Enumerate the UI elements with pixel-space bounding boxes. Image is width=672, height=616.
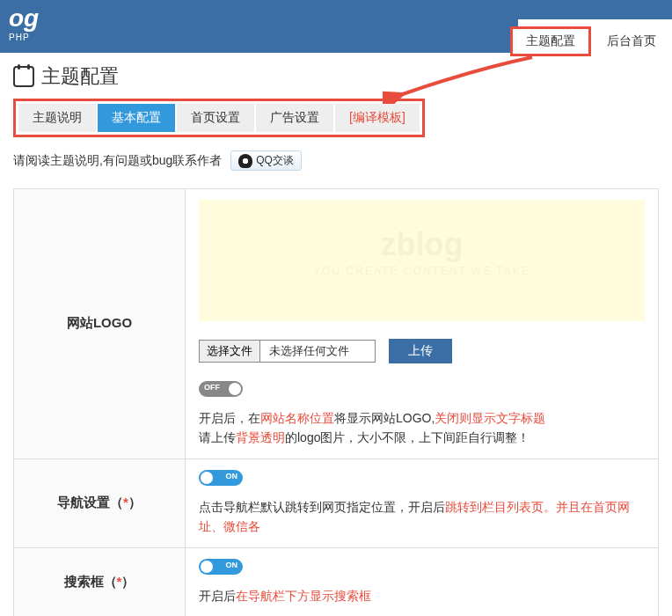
nav-desc: 点击导航栏默认跳转到网页指定位置，开启后跳转到栏目列表页。并且在首页网址、微信各	[199, 497, 645, 537]
search-toggle[interactable]: ON	[199, 559, 243, 575]
row-label-logo: 网站LOGO	[14, 189, 186, 459]
row-label-nav: 导航设置（*）	[14, 458, 186, 547]
file-name-label: 未选择任何文件	[260, 341, 375, 362]
tab-ad-settings[interactable]: 广告设置	[256, 104, 333, 132]
tab-theme-desc[interactable]: 主题说明	[18, 104, 96, 132]
nav-toggle[interactable]: ON	[199, 470, 243, 486]
row-label-search: 搜索框（*）	[14, 547, 186, 616]
tab-basic-config[interactable]: 基本配置	[98, 104, 175, 132]
qq-contact-button[interactable]: QQ交谈	[230, 150, 302, 171]
note-text: 请阅读主题说明,有问题或bug联系作者	[13, 153, 222, 169]
logo-desc: 开启后，在网站名称位置将显示网站LOGO,关闭则显示文字标题 请上传背景透明的l…	[199, 408, 645, 448]
tab-compile-template[interactable]: [编译模板]	[335, 104, 420, 132]
file-picker[interactable]: 选择文件 未选择任何文件	[199, 340, 376, 363]
search-desc: 开启后在导航栏下方显示搜索框	[199, 586, 645, 605]
tab-home-settings[interactable]: 首页设置	[177, 104, 254, 132]
upload-button[interactable]: 上传	[389, 339, 452, 363]
nav-admin-home[interactable]: 后台首页	[600, 26, 663, 56]
qq-icon	[238, 154, 252, 168]
tabs-bar: 主题说明 基本配置 首页设置 广告设置 [编译模板]	[13, 99, 425, 137]
choose-file-button[interactable]: 选择文件	[200, 341, 260, 362]
page-title: 主题配置	[41, 63, 119, 90]
nav-theme-config[interactable]: 主题配置	[510, 26, 591, 56]
calendar-icon	[13, 66, 34, 87]
logo-preview: zblog YOU CREATE CONTENT WE TAKE	[199, 200, 645, 321]
logo-toggle[interactable]: OFF	[199, 381, 243, 397]
